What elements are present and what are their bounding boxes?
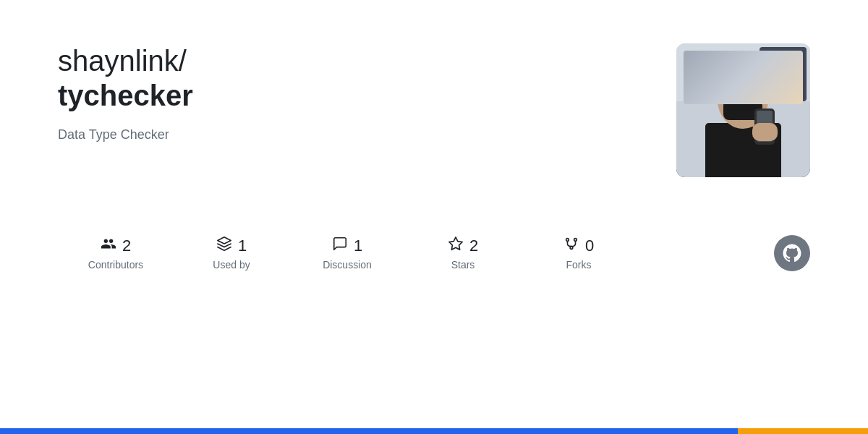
- stat-stars-top: 2: [448, 236, 478, 256]
- bottom-bar: [0, 428, 868, 434]
- stat-contributors[interactable]: 2 Contributors: [58, 236, 174, 271]
- stat-discussion-top: 1: [332, 236, 362, 256]
- contributors-icon: [101, 236, 116, 256]
- github-icon[interactable]: [774, 235, 810, 271]
- svg-point-18: [757, 72, 775, 98]
- svg-point-26: [574, 239, 577, 242]
- stat-discussion[interactable]: 1 Discussion: [289, 236, 405, 271]
- stars-label: Stars: [451, 259, 475, 271]
- repo-title-section: shaynlink/ tychecker Data Type Checker: [58, 43, 193, 142]
- svg-point-20: [749, 63, 769, 82]
- svg-rect-6: [734, 52, 747, 81]
- repo-owner: shaynlink/: [58, 43, 193, 78]
- svg-point-16: [715, 56, 770, 96]
- github-icon-container: [774, 235, 810, 271]
- contributors-label: Contributors: [88, 259, 143, 271]
- svg-rect-3: [698, 58, 707, 80]
- avatar: [676, 43, 810, 177]
- svg-rect-15: [745, 89, 761, 97]
- avatar-svg: [676, 43, 810, 177]
- used-by-count: 1: [238, 237, 247, 255]
- main-content: shaynlink/ tychecker Data Type Checker: [0, 0, 868, 391]
- repo-header: shaynlink/ tychecker Data Type Checker: [58, 43, 810, 177]
- used-by-label: Used by: [213, 259, 250, 271]
- svg-rect-14: [727, 89, 743, 97]
- avatar-image: [676, 43, 810, 177]
- stat-used-by[interactable]: 1 Used by: [174, 236, 289, 271]
- stat-forks[interactable]: 0 Forks: [521, 236, 637, 271]
- svg-rect-1: [676, 43, 810, 101]
- stars-count: 2: [469, 237, 478, 255]
- stat-contributors-top: 2: [101, 236, 131, 256]
- svg-rect-23: [752, 123, 778, 141]
- contributors-count: 2: [122, 237, 131, 255]
- svg-rect-2: [684, 54, 694, 80]
- stat-stars[interactable]: 2 Stars: [405, 236, 521, 271]
- svg-rect-13: [726, 88, 762, 98]
- svg-point-19: [715, 61, 739, 81]
- fork-icon: [563, 236, 579, 256]
- stat-used-by-top: 1: [216, 236, 247, 256]
- repo-name: tychecker: [58, 78, 193, 113]
- svg-point-25: [566, 239, 569, 242]
- repo-description: Data Type Checker: [58, 127, 193, 142]
- forks-label: Forks: [566, 259, 592, 271]
- svg-rect-4: [710, 56, 718, 80]
- svg-point-8: [770, 55, 796, 87]
- star-icon: [448, 236, 464, 256]
- svg-rect-5: [721, 59, 731, 80]
- stats-row: 2 Contributors 1 Used by: [58, 235, 810, 271]
- stat-forks-top: 0: [563, 236, 594, 256]
- svg-marker-24: [449, 237, 462, 250]
- discussion-label: Discussion: [323, 259, 372, 271]
- github-logo-svg: [781, 242, 803, 264]
- discussion-icon: [332, 236, 348, 256]
- svg-rect-7: [760, 47, 807, 101]
- discussion-count: 1: [354, 237, 362, 255]
- svg-point-17: [710, 72, 730, 101]
- used-by-icon: [216, 236, 232, 256]
- forks-count: 0: [585, 237, 594, 255]
